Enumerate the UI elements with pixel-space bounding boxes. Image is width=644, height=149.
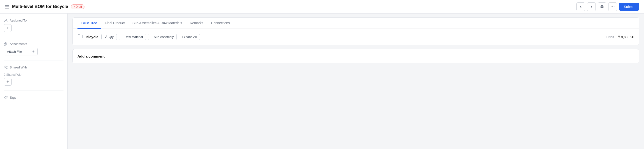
bom-item-name: Bicycle <box>86 35 98 39</box>
more-options-button[interactable] <box>608 3 617 11</box>
bom-actions: Qty + Raw Material + Sub Assembly Expand… <box>102 34 200 40</box>
nav-next-button[interactable] <box>587 3 596 11</box>
bom-tree-content: Bicycle Qty + Raw Material <box>73 29 639 45</box>
add-shared-button[interactable]: + <box>4 78 12 86</box>
shared-count: 2 Shared With <box>4 73 64 76</box>
print-button[interactable] <box>598 3 606 11</box>
submit-button[interactable]: Submit <box>619 3 639 11</box>
svg-point-6 <box>5 66 6 67</box>
bom-right: 1 Nos ₹ 8,830.20 <box>606 35 634 39</box>
bom-quantity: 1 Nos <box>606 35 614 39</box>
add-sub-assembly-button[interactable]: + Sub Assembly <box>148 34 177 40</box>
expand-all-button[interactable]: Expand All <box>178 34 200 40</box>
comment-card: Add a comment <box>72 49 639 63</box>
main-layout: Assigned To + Attachments Attach File + <box>0 14 644 149</box>
svg-point-8 <box>7 96 7 97</box>
tab-final-product[interactable]: Final Product <box>101 18 128 29</box>
tab-sub-assemblies[interactable]: Sub Assemblies & Raw Materials <box>129 18 186 29</box>
assigned-to-section: Assigned To + <box>4 18 64 32</box>
comment-title: Add a comment <box>78 54 105 58</box>
tab-connections[interactable]: Connections <box>207 18 234 29</box>
svg-point-5 <box>5 19 6 20</box>
qty-button[interactable]: Qty <box>102 34 117 40</box>
bom-left: Bicycle Qty + Raw Material <box>78 34 200 40</box>
add-assigned-button[interactable]: + <box>4 24 12 32</box>
attachments-header: Attachments <box>4 42 64 46</box>
assigned-to-header: Assigned To <box>4 18 64 22</box>
header-left: Multi-level BOM for Bicycle Draft <box>5 4 84 9</box>
attach-file-button[interactable]: Attach File + <box>4 48 38 55</box>
tag-icon <box>4 96 8 99</box>
content-area: BOM Tree Final Product Sub Assemblies & … <box>68 14 644 149</box>
add-raw-material-button[interactable]: + Raw Material <box>119 34 146 40</box>
sidebar: Assigned To + Attachments Attach File + <box>0 14 68 149</box>
bom-price: ₹ 8,830.20 <box>618 35 634 39</box>
draft-badge: Draft <box>71 4 84 9</box>
top-header: Multi-level BOM for Bicycle Draft <box>0 0 644 14</box>
svg-rect-1 <box>601 7 603 8</box>
tab-remarks[interactable]: Remarks <box>186 18 207 29</box>
tab-card: BOM Tree Final Product Sub Assemblies & … <box>72 18 639 45</box>
svg-point-2 <box>611 6 612 7</box>
plus-icon: + <box>32 49 34 54</box>
hamburger-icon[interactable] <box>5 5 9 9</box>
attachments-section: Attachments Attach File + <box>4 42 64 55</box>
tab-bom-tree[interactable]: BOM Tree <box>78 18 101 29</box>
tags-section: Tags <box>4 96 64 101</box>
shared-with-header: Shared With <box>4 65 64 69</box>
svg-point-7 <box>6 66 7 67</box>
folder-icon <box>78 34 83 40</box>
page-title: Multi-level BOM for Bicycle <box>12 4 68 9</box>
divider-1 <box>4 37 64 37</box>
nav-prev-button[interactable] <box>576 3 585 11</box>
svg-point-3 <box>612 6 613 7</box>
header-right: Submit <box>576 3 639 11</box>
paperclip-icon <box>4 42 8 46</box>
people-icon <box>4 65 8 69</box>
tags-header: Tags <box>4 96 64 99</box>
tabs-header: BOM Tree Final Product Sub Assemblies & … <box>73 18 639 29</box>
divider-3 <box>4 90 64 91</box>
person-icon <box>4 18 8 22</box>
shared-with-section: Shared With 2 Shared With + <box>4 65 64 86</box>
svg-point-4 <box>614 6 614 7</box>
bom-row: Bicycle Qty + Raw Material <box>78 34 634 40</box>
